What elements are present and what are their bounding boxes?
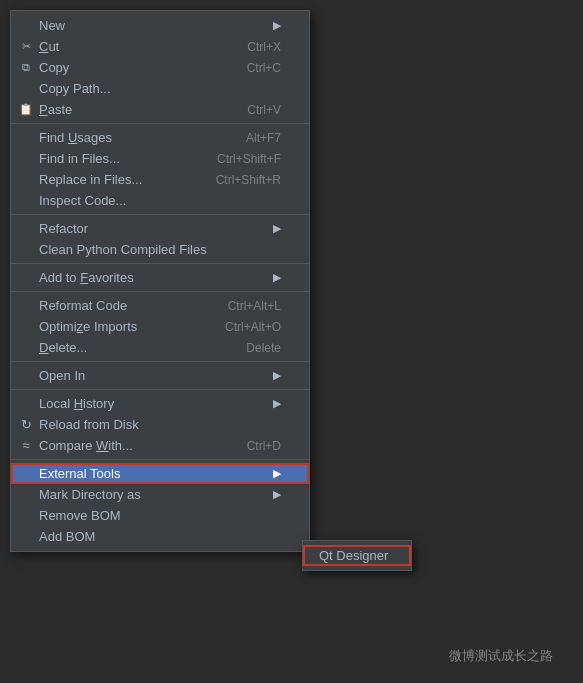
new-label: New xyxy=(39,18,265,33)
cut-label: Cut xyxy=(39,39,217,54)
copy-path-label: Copy Path... xyxy=(39,81,281,96)
paste-shortcut: Ctrl+V xyxy=(247,103,281,117)
divider-7 xyxy=(11,459,309,460)
menu-item-reformat-code[interactable]: Reformat Code Ctrl+Alt+L xyxy=(11,295,309,316)
menu-item-replace-in-files[interactable]: Replace in Files... Ctrl+Shift+R xyxy=(11,169,309,190)
menu-item-copy[interactable]: ⧉ Copy Ctrl+C xyxy=(11,57,309,78)
optimize-imports-shortcut: Ctrl+Alt+O xyxy=(225,320,281,334)
menu-item-clean-python[interactable]: Clean Python Compiled Files xyxy=(11,239,309,260)
new-arrow: ▶ xyxy=(273,19,281,32)
copy-icon: ⧉ xyxy=(17,61,35,74)
submenu-item-qt-designer[interactable]: Qt Designer xyxy=(303,545,411,566)
refactor-arrow: ▶ xyxy=(273,222,281,235)
menu-item-delete[interactable]: Delete... Delete xyxy=(11,337,309,358)
menu-item-add-to-favorites[interactable]: Add to Favorites ▶ xyxy=(11,267,309,288)
delete-shortcut: Delete xyxy=(246,341,281,355)
watermark-text: 微博测试成长之路 xyxy=(449,648,553,663)
menu-item-add-bom[interactable]: Add BOM xyxy=(11,526,309,547)
divider-6 xyxy=(11,389,309,390)
add-to-favorites-label: Add to Favorites xyxy=(39,270,265,285)
divider-1 xyxy=(11,123,309,124)
menu-item-remove-bom[interactable]: Remove BOM xyxy=(11,505,309,526)
copy-label: Copy xyxy=(39,60,217,75)
menu-item-paste[interactable]: 📋 Paste Ctrl+V xyxy=(11,99,309,120)
reload-from-disk-label: Reload from Disk xyxy=(39,417,281,432)
external-tools-arrow: ▶ xyxy=(273,467,281,480)
menu-item-cut[interactable]: ✂ Cut Ctrl+X xyxy=(11,36,309,57)
external-tools-label: External Tools xyxy=(39,466,265,481)
menu-item-local-history[interactable]: Local History ▶ xyxy=(11,393,309,414)
menu-item-find-usages[interactable]: Find Usages Alt+F7 xyxy=(11,127,309,148)
paste-label: Paste xyxy=(39,102,217,117)
delete-label: Delete... xyxy=(39,340,216,355)
local-history-label: Local History xyxy=(39,396,265,411)
qt-designer-label: Qt Designer xyxy=(319,548,388,563)
menu-item-compare-with[interactable]: ≈ Compare With... Ctrl+D xyxy=(11,435,309,456)
menu-item-optimize-imports[interactable]: Optimize Imports Ctrl+Alt+O xyxy=(11,316,309,337)
refactor-label: Refactor xyxy=(39,221,265,236)
open-in-label: Open In xyxy=(39,368,265,383)
compare-with-label: Compare With... xyxy=(39,438,217,453)
inspect-code-label: Inspect Code... xyxy=(39,193,281,208)
divider-2 xyxy=(11,214,309,215)
context-menu: New ▶ ✂ Cut Ctrl+X ⧉ Copy Ctrl+C Copy Pa… xyxy=(10,10,310,552)
external-tools-submenu: Qt Designer xyxy=(302,540,412,571)
cut-shortcut: Ctrl+X xyxy=(247,40,281,54)
menu-item-copy-path[interactable]: Copy Path... xyxy=(11,78,309,99)
compare-icon: ≈ xyxy=(17,438,35,453)
watermark: 微博测试成长之路 xyxy=(449,647,553,665)
clean-python-label: Clean Python Compiled Files xyxy=(39,242,281,257)
reformat-code-shortcut: Ctrl+Alt+L xyxy=(228,299,281,313)
paste-icon: 📋 xyxy=(17,103,35,116)
replace-in-files-label: Replace in Files... xyxy=(39,172,186,187)
add-bom-label: Add BOM xyxy=(39,529,281,544)
favorites-arrow: ▶ xyxy=(273,271,281,284)
find-in-files-label: Find in Files... xyxy=(39,151,187,166)
menu-item-new[interactable]: New ▶ xyxy=(11,15,309,36)
find-usages-label: Find Usages xyxy=(39,130,216,145)
menu-item-open-in[interactable]: Open In ▶ xyxy=(11,365,309,386)
remove-bom-label: Remove BOM xyxy=(39,508,281,523)
menu-item-refactor[interactable]: Refactor ▶ xyxy=(11,218,309,239)
menu-item-external-tools[interactable]: External Tools ▶ xyxy=(11,463,309,484)
replace-in-files-shortcut: Ctrl+Shift+R xyxy=(216,173,281,187)
copy-shortcut: Ctrl+C xyxy=(247,61,281,75)
menu-item-find-in-files[interactable]: Find in Files... Ctrl+Shift+F xyxy=(11,148,309,169)
compare-with-shortcut: Ctrl+D xyxy=(247,439,281,453)
local-history-arrow: ▶ xyxy=(273,397,281,410)
find-in-files-shortcut: Ctrl+Shift+F xyxy=(217,152,281,166)
divider-4 xyxy=(11,291,309,292)
menu-item-inspect-code[interactable]: Inspect Code... xyxy=(11,190,309,211)
find-usages-shortcut: Alt+F7 xyxy=(246,131,281,145)
mark-dir-arrow: ▶ xyxy=(273,488,281,501)
cut-icon: ✂ xyxy=(17,40,35,53)
optimize-imports-label: Optimize Imports xyxy=(39,319,195,334)
open-in-arrow: ▶ xyxy=(273,369,281,382)
menu-item-reload-from-disk[interactable]: ↻ Reload from Disk xyxy=(11,414,309,435)
divider-5 xyxy=(11,361,309,362)
reload-icon: ↻ xyxy=(17,417,35,432)
mark-directory-as-label: Mark Directory as xyxy=(39,487,265,502)
menu-item-mark-directory-as[interactable]: Mark Directory as ▶ xyxy=(11,484,309,505)
divider-3 xyxy=(11,263,309,264)
reformat-code-label: Reformat Code xyxy=(39,298,198,313)
